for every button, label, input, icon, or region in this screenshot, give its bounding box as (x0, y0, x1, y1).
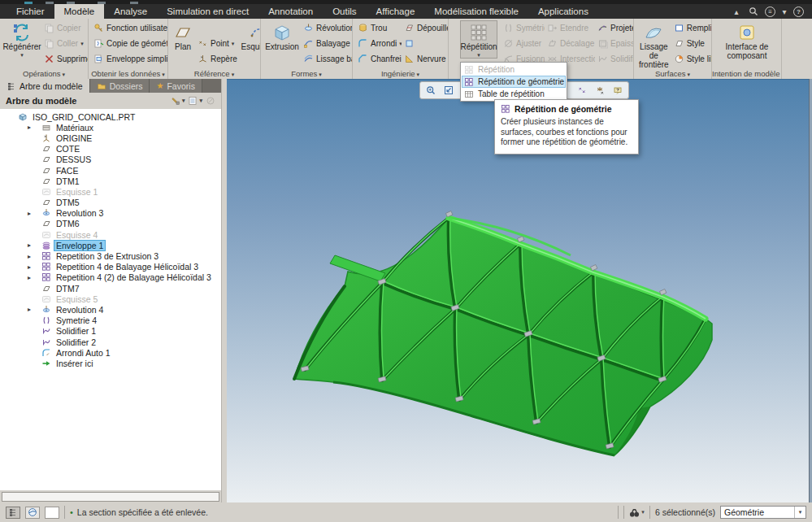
paste-button[interactable]: Coller▾ (41, 36, 89, 51)
chamfer-button[interactable]: Chanfrein▾ (355, 51, 402, 67)
style-button[interactable]: Style (671, 36, 712, 51)
shell-button[interactable] (402, 36, 449, 51)
find-button[interactable]: ▾ (629, 507, 645, 518)
pattern-button[interactable]: Répétition ▾ (460, 20, 497, 59)
tree-item[interactable]: Esquisse 5 (0, 294, 221, 304)
refit-icon[interactable] (442, 84, 456, 98)
project-button[interactable]: Projeter (595, 20, 634, 36)
group-label-shapes[interactable]: Formes▾ (261, 69, 352, 79)
expand-icon[interactable]: ▸ (28, 263, 38, 271)
panel-resize-sash[interactable] (221, 79, 227, 502)
csys-display-icon[interactable] (593, 84, 607, 98)
tree-item[interactable]: DESSUS (0, 154, 221, 165)
component-interface-button[interactable]: Interface de composant (714, 20, 779, 60)
tree-item[interactable]: DTM1 (0, 176, 221, 186)
tab-outils[interactable]: Outils (323, 4, 366, 19)
fill-button[interactable]: Remplir (671, 20, 712, 36)
group-label-model-intent[interactable]: Intention de modèle▾ (712, 69, 781, 79)
resource-center-icon[interactable]: ≡ (765, 7, 775, 17)
tab-modelisation-flexible[interactable]: Modélisation flexible (424, 4, 528, 19)
expand-icon[interactable]: ▸ (28, 241, 38, 249)
tree-item[interactable]: Solidifier 1 (0, 326, 221, 337)
tree-item[interactable]: ▸Revolution 3 (0, 208, 221, 219)
tree-item[interactable]: Solidifier 2 (0, 337, 221, 347)
tree-item[interactable]: ▸Revolution 4 (0, 304, 221, 315)
thicken-button[interactable]: Epaissir (595, 36, 634, 51)
tab-analyse[interactable]: Analyse (104, 4, 157, 19)
tree-item[interactable]: ▸Matériaux (0, 122, 221, 133)
annotation-display-icon[interactable] (610, 84, 624, 98)
tree-item[interactable]: FACE (0, 165, 221, 176)
tree-item[interactable]: Arrondi Auto 1 (0, 347, 221, 358)
tree-item[interactable]: ▸Repetition 3 de Extrusion 3 (0, 250, 221, 261)
simplified-envelope-button[interactable]: Enveloppe simplifiée (91, 51, 168, 67)
group-label-engineering[interactable]: Ingénierie▾ (353, 69, 448, 79)
group-label-get-data[interactable]: Obtenir les données▾ (89, 69, 167, 79)
panel-tab-folders[interactable]: Dossiers (90, 79, 150, 93)
collapse-ribbon-icon[interactable]: ▴ (731, 6, 742, 17)
expand-icon[interactable]: ▸ (28, 210, 38, 217)
rib-button[interactable]: Nervure▾ (402, 51, 449, 67)
user-defined-feature-button[interactable]: Fonction utilisateur (91, 20, 168, 36)
tree-item-selected[interactable]: ▸Enveloppe 1 (0, 240, 221, 250)
tree-item[interactable]: ▸Repetition 4 (2) de Balayage Hélicoïdal… (0, 272, 221, 283)
toggle-model-tree-button[interactable] (6, 507, 20, 519)
sketch-button[interactable]: Esquisse (240, 20, 261, 51)
tree-search-area[interactable] (2, 492, 219, 502)
tree-item[interactable]: DTM7 (0, 283, 221, 294)
browser-button[interactable] (25, 507, 40, 519)
extend-button[interactable]: Etendre (545, 20, 595, 36)
expand-icon[interactable]: ▸ (28, 274, 38, 281)
selection-filter-dropdown[interactable]: Géométrie ▾ (720, 506, 806, 519)
tree-item[interactable]: COTE (0, 144, 221, 154)
tab-fichier[interactable]: Fichier (7, 4, 54, 19)
tab-applications[interactable]: Applications (528, 4, 598, 19)
tree-settings-button[interactable]: ▾ (188, 96, 202, 106)
trim-button[interactable]: Ajuster (501, 36, 545, 51)
menu-item-pattern[interactable]: Répétition (462, 63, 566, 76)
revolve-button[interactable]: Révolution (301, 20, 353, 36)
regenerate-button[interactable]: Régénérer ▾ (2, 20, 41, 58)
tree-item[interactable]: Esquisse 1 (0, 186, 221, 197)
geometry-copy-button[interactable]: Copie de géométrie (91, 36, 168, 51)
menu-item-pattern-table[interactable]: Table de répétition (462, 88, 566, 100)
point-button[interactable]: Point▾ (195, 36, 240, 51)
solidify-button[interactable]: Solidification (595, 51, 634, 67)
tree-tools-button[interactable]: ▾ (171, 96, 185, 106)
zoom-in-icon[interactable] (424, 84, 438, 98)
blank-toggle-button[interactable] (45, 507, 59, 519)
tab-simulation[interactable]: Simulation en direct (157, 4, 258, 19)
menu-item-geometry-pattern[interactable]: Répétition de géométrie (462, 76, 566, 88)
group-label-operations[interactable]: Opérations▾ (0, 69, 88, 79)
sweep-button[interactable]: Balayage▾ (301, 36, 353, 51)
tree-item[interactable]: Symetrie 4 (0, 315, 221, 326)
offset-button[interactable]: Décalage (545, 36, 595, 51)
delete-button[interactable]: Supprimer▾ (41, 51, 89, 67)
round-button[interactable]: Arrondi▾ (355, 36, 402, 51)
tab-annotation[interactable]: Annotation (258, 4, 323, 19)
panel-tab-favorites[interactable]: ★ Favoris (150, 79, 202, 93)
tab-affichage[interactable]: Affichage (367, 4, 425, 19)
tree-item[interactable]: Esquisse 4 (0, 229, 221, 240)
tree-item[interactable]: DTM6 (0, 219, 221, 229)
expand-icon[interactable]: ▸ (28, 124, 38, 131)
expand-icon[interactable]: ▸ (28, 253, 38, 260)
swept-blend-button[interactable]: Lissage balayé (301, 51, 353, 67)
freestyle-button[interactable]: Style libre (671, 51, 712, 67)
mirror-button[interactable]: Symétrie (501, 20, 545, 36)
search-icon[interactable] (748, 6, 759, 17)
tree-filter-button[interactable] (206, 96, 215, 106)
plane-button[interactable]: Plan (171, 20, 195, 51)
tree-item[interactable]: ▸Repetition 4 de Balayage Hélicoïdal 3 (0, 262, 221, 272)
extrude-button[interactable]: Extrusion (263, 20, 301, 51)
panel-tab-model-tree[interactable]: Arbre du modèle (0, 79, 90, 93)
draft-button[interactable]: Dépouille▾ (402, 20, 449, 36)
point-display-icon[interactable] (575, 84, 589, 98)
help-icon[interactable]: ? (793, 7, 804, 17)
tree-item-insert-here[interactable]: Insérer ici (0, 358, 221, 368)
boundary-blend-button[interactable]: Lissage de frontière (636, 20, 671, 69)
tree-item[interactable]: DTM5 (0, 198, 221, 208)
hole-button[interactable]: Trou (355, 20, 402, 36)
expand-icon[interactable]: ▸ (28, 306, 38, 313)
tree-item[interactable]: ORIGINE (0, 133, 221, 143)
